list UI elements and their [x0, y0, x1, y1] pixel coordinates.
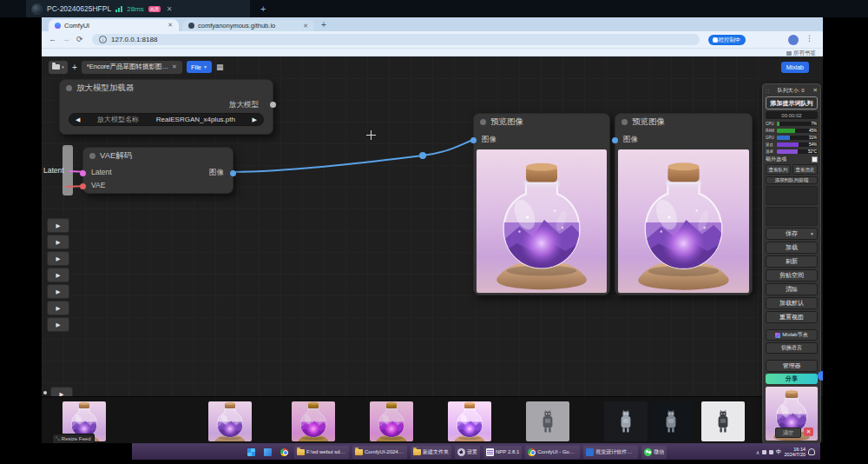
feed-thumbnail[interactable]: [292, 401, 335, 441]
task-view-button[interactable]: [261, 446, 274, 459]
wechat-window-button[interactable]: 微信: [641, 446, 667, 459]
input-method-indicator[interactable]: 中: [776, 448, 782, 456]
chevron-down-icon[interactable]: ▼: [810, 231, 814, 236]
manager-button[interactable]: 管理器: [766, 360, 818, 372]
network-icon[interactable]: [762, 450, 766, 454]
close-feed-button[interactable]: ✕: [804, 428, 813, 436]
collapsed-node-button[interactable]: ▶: [47, 268, 69, 282]
clear-button[interactable]: 清除: [766, 283, 818, 295]
forward-icon[interactable]: →: [62, 35, 70, 43]
collapse-dot[interactable]: [480, 119, 486, 125]
input-slot-vae[interactable]: [80, 183, 86, 189]
profile-avatar[interactable]: [788, 35, 799, 45]
address-bar[interactable]: i 127.0.0.1:8188: [92, 34, 700, 45]
new-tab-button[interactable]: +: [321, 20, 326, 30]
explorer-window-button[interactable]: ComfyUI-20240715重制版: [352, 446, 407, 459]
feed-thumbnail[interactable]: [649, 401, 693, 441]
remote-extension-pill[interactable]: 远程控制中: [708, 35, 746, 45]
comfyui-canvas[interactable]: ▾ + *Encore产品草图转摄影图… ✕ File ▼ ▦ Mixlab 放…: [42, 56, 823, 443]
queue-front-button[interactable]: 添加到队列前端: [766, 176, 818, 184]
explorer-window-button[interactable]: 新建文件夹: [411, 446, 451, 459]
favicon: [55, 23, 61, 29]
start-button[interactable]: [245, 446, 258, 459]
load-button[interactable]: 加载: [766, 242, 818, 254]
workflows-folder-button[interactable]: ▾: [49, 61, 68, 74]
close-session-icon[interactable]: ✕: [167, 5, 173, 13]
chrome-window-button[interactable]: ComfyUI - Google Chr: [525, 446, 580, 459]
view-queue-button[interactable]: 查看队列: [766, 164, 791, 175]
close-tab-icon[interactable]: ✕: [168, 22, 173, 29]
workflow-tab[interactable]: *Encore产品草图转摄影图… ✕: [82, 61, 182, 74]
browser-tab-inactive[interactable]: comfyanonymous.github.io ✕: [182, 20, 314, 31]
feed-thumbnail[interactable]: [448, 401, 491, 441]
site-info-icon[interactable]: i: [99, 36, 107, 43]
refresh-button[interactable]: 刷新: [766, 255, 818, 268]
gallery-handle-dot[interactable]: [818, 371, 823, 381]
close-tab-icon[interactable]: ✕: [303, 23, 308, 30]
document-window-button[interactable]: 视觉设计软件需求文档: [583, 446, 638, 459]
reload-icon[interactable]: ⟳: [76, 35, 83, 43]
feed-thumbnail[interactable]: [604, 401, 648, 441]
collapsed-node-button[interactable]: ▶: [47, 218, 69, 233]
collapsed-node-button[interactable]: ▶: [47, 317, 69, 332]
taskbar-clock[interactable]: 16:14 2024/7/20: [785, 447, 806, 458]
node-preview-image-2[interactable]: 预览图像 图像: [615, 113, 753, 295]
collapsed-node-button[interactable]: ▶: [47, 251, 69, 266]
notepad-window-button[interactable]: NPP 2.8.1: [483, 446, 522, 459]
load-default-button[interactable]: 加载默认: [766, 297, 818, 309]
drag-handle-icon[interactable]: ∷: [766, 88, 769, 94]
collapsed-node-button[interactable]: ▶: [47, 301, 69, 315]
resize-feed-handle[interactable]: ⤡ Resize Feed: [52, 434, 95, 443]
back-icon[interactable]: ←: [49, 35, 56, 43]
node-preview-image-1[interactable]: 预览图像 图像: [473, 113, 610, 295]
feed-thumbnail[interactable]: [526, 401, 569, 441]
next-arrow[interactable]: ▶: [253, 116, 257, 123]
volume-icon[interactable]: [769, 450, 773, 454]
output-slot[interactable]: [270, 102, 276, 108]
new-workflow-button[interactable]: +: [72, 63, 77, 72]
tray-expand-icon[interactable]: ∧: [756, 449, 760, 455]
input-slot-image[interactable]: [470, 137, 477, 143]
node-upscale-model-loader[interactable]: 放大模型加载器 放大模型 ◀ 放大模型名称 RealESRGAN_x4plus.…: [59, 79, 273, 135]
feed-thumbnail[interactable]: [701, 401, 745, 441]
clear-feed-button[interactable]: 清空: [775, 428, 801, 438]
feed-thumbnail[interactable]: [208, 401, 252, 441]
switch-locale-button[interactable]: 切换语言: [766, 342, 818, 354]
node-vae-decode[interactable]: VAE解码 Latent VAE 图像: [82, 147, 233, 194]
clipspace-button[interactable]: 剪贴空间: [766, 269, 818, 282]
save-button[interactable]: 保存▼: [766, 228, 818, 240]
collapse-dot[interactable]: [89, 153, 95, 159]
collapsed-node-button[interactable]: ▶: [47, 235, 69, 249]
remote-session-tab[interactable]: PC-20240625HFPL 28ms 高清 ✕: [26, 0, 250, 17]
close-icon[interactable]: ✕: [813, 87, 818, 94]
model-name-widget[interactable]: ◀ 放大模型名称 RealESRGAN_x4plus.pth ▶: [69, 113, 264, 126]
output-slot-image[interactable]: [230, 170, 236, 176]
collapse-dot[interactable]: [621, 119, 628, 125]
new-session-button[interactable]: +: [260, 3, 266, 15]
queue-prompt-button[interactable]: 添加提示词队列: [766, 96, 818, 109]
collapsed-node-button[interactable]: ▶: [47, 284, 69, 299]
feed-thumbnail[interactable]: [370, 401, 413, 441]
gallery-view-icon[interactable]: ▦: [216, 63, 224, 71]
close-icon[interactable]: ✕: [172, 63, 177, 70]
mixlab-floating-button[interactable]: Mixlab: [781, 62, 809, 73]
notification-icon[interactable]: [808, 448, 815, 455]
menu-header[interactable]: ∷ 队列大小: 0 ✕: [766, 86, 818, 95]
view-history-button[interactable]: 查看历史: [792, 164, 818, 175]
tab-title: comfyanonymous.github.io: [198, 22, 299, 30]
explorer-window-button[interactable]: F:\sd webui sd-lab web: [294, 446, 349, 459]
mixlab-nodes-button[interactable]: Mixlab节点: [766, 329, 818, 341]
file-menu-button[interactable]: File ▼: [187, 61, 212, 73]
share-button[interactable]: 分享: [766, 374, 818, 384]
extra-options-checkbox[interactable]: [812, 156, 818, 162]
settings-window-button[interactable]: 设置: [455, 446, 480, 459]
input-slot-latent[interactable]: [80, 170, 86, 176]
reset-view-button[interactable]: 重置视图: [766, 311, 818, 323]
bookmarks-bar: 所有书签: [42, 49, 823, 56]
prev-arrow[interactable]: ◀: [76, 116, 80, 123]
input-slot-image[interactable]: [612, 137, 618, 143]
chrome-taskbar-button[interactable]: [278, 446, 291, 459]
collapse-dot[interactable]: [66, 85, 72, 91]
browser-menu-icon[interactable]: ⋮: [806, 34, 813, 43]
browser-tab-active[interactable]: ComfyUI ✕: [49, 19, 179, 31]
